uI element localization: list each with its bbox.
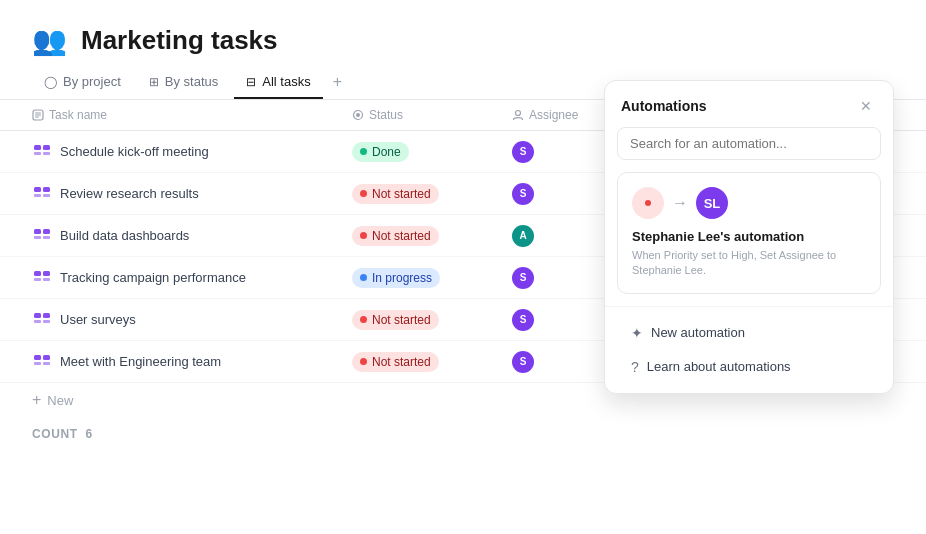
svg-rect-16	[43, 145, 50, 150]
panel-title: Automations	[621, 98, 707, 114]
status-badge: Not started	[352, 310, 439, 330]
task-name-cell: Tracking campaign performance	[0, 257, 340, 299]
svg-point-14	[516, 111, 521, 116]
task-name: Tracking campaign performance	[60, 270, 246, 285]
avatar: S	[512, 141, 534, 163]
task-name: Schedule kick-off meeting	[60, 144, 209, 159]
col-status: Status	[340, 100, 500, 131]
automation-card[interactable]: → SL Stephanie Lee's automation When Pri…	[617, 172, 881, 294]
svg-rect-18	[43, 152, 50, 155]
status-cell: In progress	[340, 257, 500, 299]
new-automation-button[interactable]: ✦ New automation	[617, 317, 881, 349]
task-name-cell: Review research results	[0, 173, 340, 215]
task-logo-icon	[32, 308, 52, 328]
task-col-icon	[32, 109, 44, 121]
status-badge: Not started	[352, 352, 439, 372]
task-name-cell: Meet with Engineering team	[0, 341, 340, 383]
task-name-cell: Build data dashboards	[0, 215, 340, 257]
status-cell: Done	[340, 131, 500, 173]
status-col-icon	[352, 109, 364, 121]
svg-rect-27	[34, 271, 41, 276]
page-title: Marketing tasks	[81, 25, 278, 56]
learn-automation-button[interactable]: ? Learn about automations	[617, 351, 881, 383]
task-dot	[32, 350, 52, 373]
status-dot	[360, 316, 367, 323]
task-logo-icon	[32, 266, 52, 286]
avatar: A	[512, 225, 534, 247]
tab-by-project[interactable]: ◯ By project	[32, 66, 133, 99]
status-icon: ⊞	[149, 75, 159, 89]
status-badge: Not started	[352, 184, 439, 204]
svg-rect-21	[34, 194, 41, 197]
count-label: COUNT	[32, 427, 78, 441]
page-header: 👥 Marketing tasks	[0, 0, 926, 65]
task-name-cell: Schedule kick-off meeting	[0, 131, 340, 173]
arrow-icon: →	[672, 194, 688, 212]
all-tasks-icon: ⊟	[246, 75, 256, 89]
svg-rect-31	[34, 313, 41, 318]
avatar: S	[512, 183, 534, 205]
svg-rect-36	[43, 355, 50, 360]
tab-all-tasks[interactable]: ⊟ All tasks	[234, 66, 322, 99]
tab-by-status-label: By status	[165, 74, 218, 89]
add-row-label: New	[47, 393, 73, 408]
task-dot	[32, 308, 52, 331]
task-dot	[32, 224, 52, 247]
count-value: 6	[86, 427, 93, 441]
tab-by-status[interactable]: ⊞ By status	[137, 66, 230, 99]
automation-search-input[interactable]	[617, 127, 881, 160]
svg-rect-22	[43, 194, 50, 197]
status-badge: In progress	[352, 268, 440, 288]
status-dot	[360, 148, 367, 155]
svg-rect-20	[43, 187, 50, 192]
add-tab-button[interactable]: +	[327, 65, 348, 99]
svg-point-13	[356, 113, 360, 117]
svg-rect-37	[34, 362, 41, 365]
svg-rect-28	[43, 271, 50, 276]
logo-icon: 👥	[32, 24, 67, 57]
assignee-col-icon	[512, 109, 524, 121]
svg-rect-33	[34, 320, 41, 323]
svg-rect-25	[34, 236, 41, 239]
task-name: Build data dashboards	[60, 228, 189, 243]
panel-header: Automations ✕	[605, 81, 893, 127]
status-cell: Not started	[340, 341, 500, 383]
svg-rect-15	[34, 145, 41, 150]
new-automation-icon: ✦	[631, 325, 643, 341]
task-name: Meet with Engineering team	[60, 354, 221, 369]
col-task-name: Task name	[0, 100, 340, 131]
svg-rect-26	[43, 236, 50, 239]
task-logo-icon	[32, 224, 52, 244]
avatar: S	[512, 351, 534, 373]
svg-rect-30	[43, 278, 50, 281]
automation-avatar-label: SL	[704, 196, 721, 211]
task-dot	[32, 266, 52, 289]
tab-by-project-label: By project	[63, 74, 121, 89]
avatar: S	[512, 267, 534, 289]
new-automation-label: New automation	[651, 325, 745, 340]
status-dot	[360, 274, 367, 281]
close-panel-button[interactable]: ✕	[855, 95, 877, 117]
trigger-icon	[632, 187, 664, 219]
svg-rect-24	[43, 229, 50, 234]
project-icon: ◯	[44, 75, 57, 89]
learn-automation-label: Learn about automations	[647, 359, 791, 374]
svg-rect-32	[43, 313, 50, 318]
automation-avatar: SL	[696, 187, 728, 219]
svg-rect-35	[34, 355, 41, 360]
task-logo-icon	[32, 350, 52, 370]
status-label: Done	[372, 145, 401, 159]
svg-rect-17	[34, 152, 41, 155]
status-label: Not started	[372, 229, 431, 243]
svg-rect-29	[34, 278, 41, 281]
count-row: COUNT 6	[0, 417, 926, 451]
status-badge: Not started	[352, 226, 439, 246]
svg-rect-19	[34, 187, 41, 192]
status-label: In progress	[372, 271, 432, 285]
task-dot	[32, 140, 52, 163]
status-cell: Not started	[340, 215, 500, 257]
svg-rect-38	[43, 362, 50, 365]
task-name-cell: User surveys	[0, 299, 340, 341]
task-name: User surveys	[60, 312, 136, 327]
tab-all-tasks-label: All tasks	[262, 74, 310, 89]
